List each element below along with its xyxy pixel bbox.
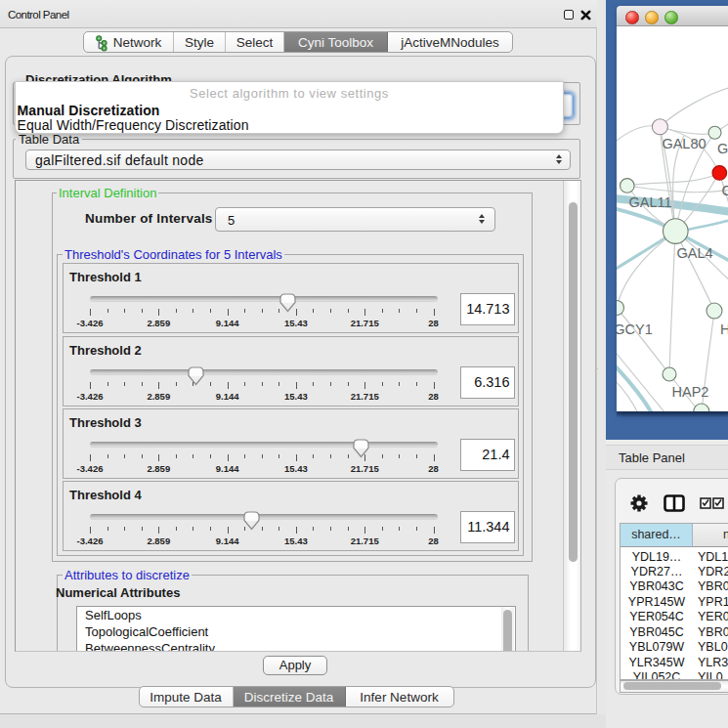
- svg-text:GAL80: GAL80: [662, 136, 706, 151]
- svg-text:GAL11: GAL11: [628, 194, 671, 210]
- svg-text:GAL4: GAL4: [676, 245, 712, 261]
- svg-text:C: C: [722, 183, 728, 198]
- svg-text:GCY1: GCY1: [617, 321, 653, 337]
- svg-text:HAP2: HAP2: [672, 384, 709, 400]
- svg-text:H: H: [720, 321, 728, 337]
- svg-text:GA: GA: [717, 141, 728, 156]
